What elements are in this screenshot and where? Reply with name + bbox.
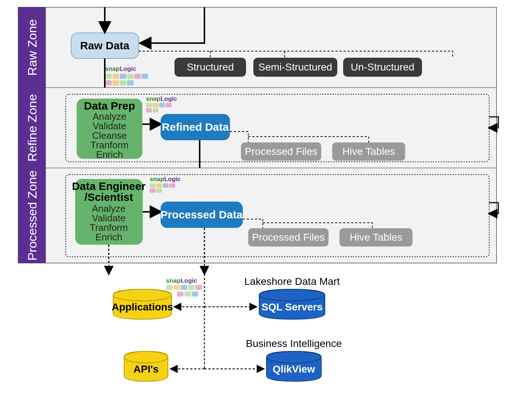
svg-text:snapLogic: snapLogic (146, 95, 177, 102)
pill-unstructured-label: Un-Structured (351, 61, 414, 73)
svg-rect-14 (127, 80, 134, 85)
cylinder-apis: API's (124, 351, 168, 381)
svg-rect-10 (142, 74, 148, 79)
svg-rect-24 (166, 103, 172, 107)
architecture-diagram: Raw Zone Raw Data Structured Semi-Struct… (0, 0, 518, 420)
apis-label: API's (134, 363, 159, 375)
svg-rect-33 (156, 183, 162, 188)
processed-data-title: Processed Data (160, 209, 242, 221)
data-engineer-item-3: Enrich (95, 232, 122, 243)
zone-label-processed: Processed Zone (25, 170, 39, 261)
svg-rect-47 (195, 285, 202, 290)
svg-rect-5 (105, 74, 112, 79)
data-prep-item-4: Enrich (96, 149, 123, 160)
svg-rect-9 (134, 74, 141, 79)
svg-rect-21 (146, 103, 152, 107)
svg-rect-25 (146, 108, 152, 112)
cylinder-sql-servers: SQL Servers (259, 289, 325, 319)
svg-point-40 (259, 289, 325, 301)
refine-hive-tables-label: Hive Tables (342, 146, 395, 157)
cylinder-qlikview: QlikView (266, 351, 321, 381)
svg-rect-22 (153, 103, 158, 107)
svg-rect-43 (166, 285, 173, 290)
svg-point-41 (266, 351, 321, 363)
zone-label-raw: Raw Zone (25, 19, 39, 76)
svg-rect-11 (105, 80, 112, 85)
data-prep-title: Data Prep (84, 100, 135, 112)
svg-rect-46 (188, 285, 195, 290)
svg-rect-49 (184, 291, 191, 297)
svg-rect-50 (192, 291, 198, 297)
lakeshore-title: Lakeshore Data Mart (244, 276, 340, 287)
sql-servers-label: SQL Servers (261, 301, 323, 313)
applications-label: Applications (112, 301, 173, 313)
svg-rect-26 (153, 108, 158, 112)
bi-title: Business Intelligence (246, 338, 342, 349)
svg-rect-35 (169, 183, 175, 188)
svg-rect-6 (112, 74, 119, 79)
cylinder-applications: Applications (112, 289, 173, 319)
svg-rect-7 (120, 74, 126, 79)
svg-text:snapLogic: snapLogic (166, 277, 197, 284)
data-engineer-title-1: Data Engineer (72, 180, 146, 192)
qlikview-label: QlikView (273, 363, 315, 375)
svg-rect-37 (156, 188, 162, 193)
data-engineer-title-2: /Scientist (84, 191, 133, 203)
svg-rect-32 (150, 183, 156, 188)
svg-text:snapLogic: snapLogic (150, 176, 181, 183)
svg-rect-23 (159, 103, 165, 107)
svg-rect-8 (127, 74, 134, 79)
svg-rect-45 (181, 285, 187, 290)
svg-rect-44 (173, 285, 180, 290)
svg-rect-34 (163, 183, 169, 188)
refine-processed-files-label: Processed Files (245, 146, 317, 157)
zone-label-refine: Refine Zone (25, 94, 39, 161)
refined-data-title: Refined Data (162, 121, 229, 133)
raw-data-title: Raw Data (80, 39, 129, 51)
svg-point-39 (124, 351, 168, 363)
svg-rect-12 (112, 80, 119, 85)
hive-tables-label: Hive Tables (350, 232, 402, 243)
svg-rect-36 (150, 188, 156, 193)
svg-rect-13 (120, 80, 126, 85)
svg-point-38 (113, 289, 172, 301)
pill-structured-label: Structured (187, 61, 234, 73)
svg-rect-48 (177, 291, 184, 297)
processed-files-label: Processed Files (252, 232, 325, 243)
pill-semi-structured-label: Semi-Structured (258, 61, 332, 73)
svg-text:snapLogic: snapLogic (105, 65, 136, 72)
